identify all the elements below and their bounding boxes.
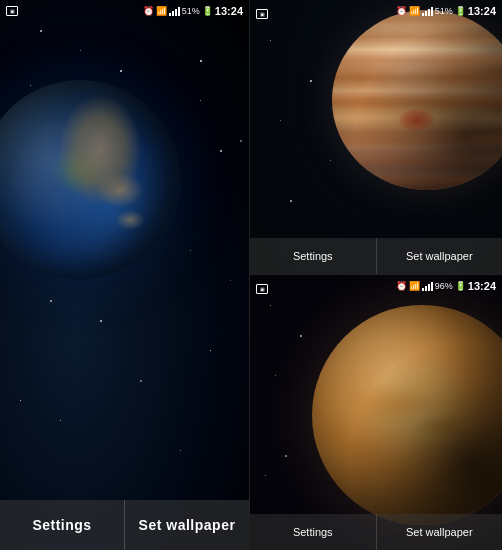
time-display-rb: 13:24 [468,280,496,292]
alarm-icon-rt: ⏰ [396,6,407,16]
battery-icon-rb: 🔋 [455,281,466,291]
system-icons-right-top: ⏰ 📶 51% 🔋 13:24 [396,5,496,17]
time-display-rt: 13:24 [468,5,496,17]
left-panel: ▣ ⏰ 📶 51% 🔋 13:24 Settings [0,0,250,550]
right-bottom-panel: ▣ ⏰ 📶 96% 🔋 13:24 Setti [250,275,502,550]
signal-icon [169,6,180,16]
wifi-icon: 📶 [156,6,167,16]
set-wallpaper-button-rb[interactable]: Set wallpaper [377,514,503,550]
alarm-icon: ⏰ [143,6,154,16]
set-wallpaper-button-rt[interactable]: Set wallpaper [377,238,503,274]
alarm-icon-rb: ⏰ [396,281,407,291]
picture-icon: ▣ [6,6,18,16]
right-top-panel: ▣ ⏰ 📶 51% 🔋 13:24 [250,0,502,275]
notification-icons-rb: ▣ [256,277,268,295]
right-bottom-buttons: Settings Set wallpaper [250,514,502,550]
right-panel: ▣ ⏰ 📶 51% 🔋 13:24 [250,0,502,550]
settings-button-rt[interactable]: Settings [250,238,377,274]
picture-icon-rb: ▣ [256,284,268,294]
set-wallpaper-button-left[interactable]: Set wallpaper [125,500,249,550]
status-bar-right-top: ▣ ⏰ 📶 51% 🔋 13:24 [250,0,502,22]
earth-planet [0,80,180,280]
system-icons-rb: ⏰ 📶 96% 🔋 13:24 [396,280,496,292]
system-icons: ⏰ 📶 51% 🔋 13:24 [143,5,243,17]
right-top-buttons: Settings Set wallpaper [250,238,502,274]
battery-text-rb: 96% [435,281,453,291]
picture-icon-right: ▣ [256,9,268,19]
battery-text-rt: 51% [435,6,453,16]
wifi-icon-rb: 📶 [409,281,420,291]
left-bottom-buttons: Settings Set wallpaper [0,500,249,550]
earth-atmosphere [0,80,180,280]
settings-button-rb[interactable]: Settings [250,514,377,550]
notification-icons: ▣ [6,6,18,16]
settings-button-left[interactable]: Settings [0,500,125,550]
status-bar-left: ▣ ⏰ 📶 51% 🔋 13:24 [0,0,249,22]
battery-text: 51% [182,6,200,16]
wifi-icon-rt: 📶 [409,6,420,16]
battery-icon: 🔋 [202,6,213,16]
time-display-left: 13:24 [215,5,243,17]
status-bar-right-bottom: ▣ ⏰ 📶 96% 🔋 13:24 [250,275,502,297]
notification-icons-right-top: ▣ [256,2,268,20]
signal-icon-rt [422,6,433,16]
signal-icon-rb [422,281,433,291]
battery-icon-rt: 🔋 [455,6,466,16]
